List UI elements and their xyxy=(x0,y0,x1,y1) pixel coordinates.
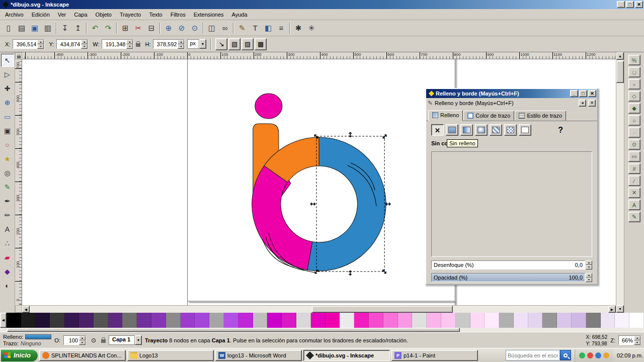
selector-tool[interactable]: ↖ xyxy=(1,54,14,67)
palette-swatch[interactable] xyxy=(326,313,340,328)
palette-swatch[interactable] xyxy=(166,313,181,328)
swatch-button[interactable] xyxy=(504,124,517,136)
task-paint[interactable]: Pp14-1 - Paint xyxy=(391,350,478,361)
tray-icon-green[interactable] xyxy=(579,352,585,358)
dialog-maximize-button[interactable]: □ xyxy=(579,90,587,97)
snap-guides[interactable]: ∕ xyxy=(628,175,640,186)
y-spin-up[interactable]: ▲ xyxy=(81,40,88,44)
y-input[interactable] xyxy=(57,40,81,48)
palette-swatch[interactable] xyxy=(181,313,195,328)
blur-spin-down[interactable]: ▼ xyxy=(586,265,592,269)
horizontal-ruler[interactable]: -400-300-200-100010020030040050060070080… xyxy=(22,52,616,59)
import-button[interactable]: ↧ xyxy=(58,22,71,35)
blur-slider[interactable]: Desenfoque (%) 0,0 xyxy=(431,260,585,269)
tab-fill[interactable]: Relleno xyxy=(428,110,463,121)
palette-swatch[interactable] xyxy=(499,313,514,328)
close-button[interactable]: ✕ xyxy=(635,1,643,8)
palette-swatch[interactable] xyxy=(427,313,441,328)
snap-bbox-edges[interactable]: ▫ xyxy=(628,79,640,89)
dialog-help-icon[interactable]: ? xyxy=(558,126,563,135)
unknown-paint-button[interactable] xyxy=(519,124,531,136)
h-spin-down[interactable]: ▼ xyxy=(178,44,184,49)
preferences-button[interactable]: ✳ xyxy=(305,22,318,35)
paste-button[interactable]: ⊟ xyxy=(145,22,158,35)
zoom-input[interactable] xyxy=(619,336,634,344)
dialog-minimize-button[interactable]: _ xyxy=(570,90,578,97)
search-input[interactable] xyxy=(506,350,560,360)
w-input[interactable] xyxy=(102,40,126,48)
export-button[interactable]: ↥ xyxy=(71,22,85,35)
palette-swatch[interactable] xyxy=(267,313,282,328)
rectangle-tool[interactable]: ▭ xyxy=(1,110,14,123)
minimize-button[interactable]: _ xyxy=(617,1,625,8)
menu-archivo[interactable]: Archivo xyxy=(1,11,28,19)
duplicate-button[interactable]: ◫ xyxy=(205,22,218,35)
blur-spin-up[interactable]: ▲ xyxy=(586,260,592,265)
menu-edicion[interactable]: Edición xyxy=(28,11,54,19)
palette-swatch[interactable] xyxy=(456,313,470,328)
undo-button[interactable]: ↶ xyxy=(89,22,102,35)
document-properties-button[interactable]: ✱ xyxy=(292,22,305,35)
x-spin-up[interactable]: ▲ xyxy=(37,40,44,44)
selection-handle-e[interactable]: ↔ xyxy=(385,200,391,208)
fill-stroke-dialog-button[interactable]: ◧ xyxy=(262,22,275,35)
clone-button[interactable]: ∞ xyxy=(218,22,231,35)
snap-object-centers[interactable]: ⊙ xyxy=(628,139,640,150)
vertical-scrollbar[interactable]: ▲ ▼ xyxy=(616,52,624,313)
lock-ratio-icon[interactable] xyxy=(136,43,140,47)
selection-handle-w[interactable]: ↔ xyxy=(310,200,316,208)
palette-swatch[interactable] xyxy=(137,313,151,328)
open-document-button[interactable]: ▤ xyxy=(15,22,28,35)
dock-collapse-button[interactable]: ◂ xyxy=(579,100,586,107)
menu-extensiones[interactable]: Extensiones xyxy=(190,11,228,19)
dialog-titlebar[interactable]: Relleno y borde (Mayús+Ctrl+F) _ □ ✕ xyxy=(426,89,597,98)
layer-lock-icon[interactable] xyxy=(101,339,106,343)
snap-smooth-nodes[interactable]: ○ xyxy=(628,115,640,126)
text-tool[interactable]: A xyxy=(1,223,14,236)
no-paint-button[interactable]: ✕ xyxy=(431,124,444,136)
palette-swatch[interactable] xyxy=(441,313,456,328)
palette-swatch[interactable] xyxy=(253,313,268,328)
palette-scrollbar[interactable] xyxy=(0,328,644,332)
align-dialog-button[interactable]: ≡ xyxy=(275,22,288,35)
palette-swatch[interactable] xyxy=(64,313,79,328)
guide-lock-icon[interactable] xyxy=(17,56,20,59)
dropper-tool[interactable]: ◐ xyxy=(1,279,14,292)
palette-swatch[interactable] xyxy=(340,313,354,328)
task-logo13-folder[interactable]: Logo13 xyxy=(127,350,214,361)
palette-swatch[interactable] xyxy=(311,313,326,328)
cut-button[interactable]: ✂ xyxy=(132,22,145,35)
palette-swatch[interactable] xyxy=(615,313,629,328)
scroll-down-arrow[interactable]: ▼ xyxy=(616,305,624,313)
search-button[interactable] xyxy=(560,350,571,360)
snap-midpoints[interactable]: · xyxy=(628,127,640,138)
zoom-spin-up[interactable]: ▲ xyxy=(634,336,640,340)
palette-swatch[interactable] xyxy=(224,313,238,328)
move-gradients-toggle[interactable]: ▨ xyxy=(242,38,254,50)
tweak-tool[interactable]: ✚ xyxy=(1,82,14,95)
vertical-scroll-thumb[interactable] xyxy=(616,61,624,83)
palette-swatch[interactable] xyxy=(514,313,528,328)
snap-bounding-box[interactable]: □ xyxy=(628,67,640,77)
eraser-tool[interactable]: ▰ xyxy=(1,251,14,264)
horizontal-scroll-thumb[interactable] xyxy=(312,306,453,313)
unit-dropdown[interactable]: px ▼ xyxy=(187,39,206,49)
copy-button[interactable]: ⊞ xyxy=(119,22,132,35)
scale-corners-toggle[interactable]: ▧ xyxy=(228,38,240,50)
snap-pencil[interactable]: ✎ xyxy=(628,212,640,222)
opacity-spin-up[interactable]: ▲ xyxy=(79,336,86,340)
selection-handle-ne[interactable]: ↔ xyxy=(379,131,389,141)
menu-ver[interactable]: Ver xyxy=(54,11,70,19)
horizontal-scrollbar[interactable]: ◀ ▶ xyxy=(22,305,616,313)
palette-swatch[interactable] xyxy=(383,313,398,328)
new-document-button[interactable]: ▯ xyxy=(2,22,15,35)
move-patterns-toggle[interactable]: ▩ xyxy=(255,38,267,50)
palette-swatch[interactable] xyxy=(369,313,383,328)
layer-dropdown-arrow[interactable]: ▼ xyxy=(135,335,142,345)
menu-texto[interactable]: Texto xyxy=(145,11,166,19)
palette-swatch[interactable] xyxy=(79,313,94,328)
tray-icon-orange[interactable] xyxy=(603,352,609,358)
palette-swatch[interactable] xyxy=(528,313,543,328)
opacity-slider[interactable]: Opacidad (%) 100,0 xyxy=(431,273,585,282)
palette-swatch[interactable] xyxy=(601,313,615,328)
